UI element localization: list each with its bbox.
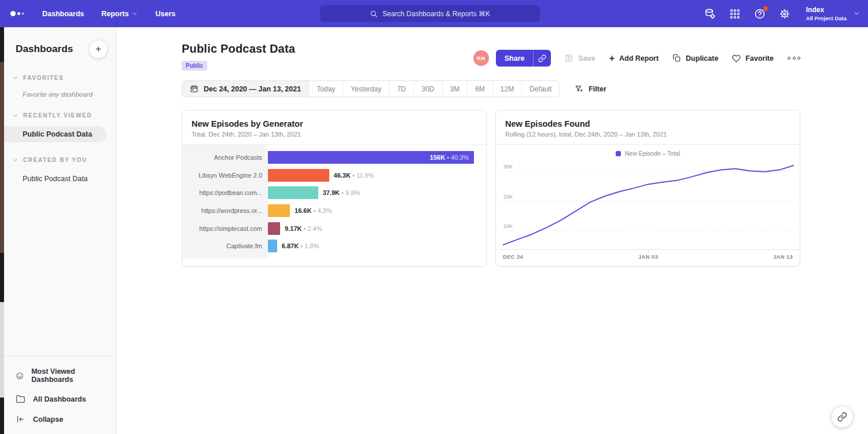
bar-value-label: 6.87K • 1.8% xyxy=(282,242,319,249)
footer-item-label: Collapse xyxy=(33,415,63,424)
line-chart-plot[interactable]: 10K20K30K xyxy=(503,160,794,249)
nav-item-reports[interactable]: Reports xyxy=(101,10,138,18)
bar-row: Libsyn WebEngine 2.046.3K • 11.9% xyxy=(182,167,486,185)
add-report-button[interactable]: + Add Report xyxy=(609,54,659,63)
share-link-button[interactable] xyxy=(533,50,551,67)
range-option-12m[interactable]: 12M xyxy=(492,81,521,97)
bar[interactable] xyxy=(268,204,290,217)
bar-value-label: 46.3K • 11.9% xyxy=(334,172,374,179)
bar-row: Captivate.fm6.87K • 1.8% xyxy=(182,237,486,255)
filter-funnel-icon xyxy=(575,84,583,93)
share-link-fab[interactable] xyxy=(832,406,853,428)
bar[interactable] xyxy=(268,222,280,235)
card-new-episodes-found: New Episodes Found Rolling (12 hours), t… xyxy=(495,110,800,267)
sidebar-title: Dashboards xyxy=(16,43,73,55)
sidebar-item-public-podcast-data[interactable]: Public Podcast Data xyxy=(4,171,116,187)
nav-item-users[interactable]: Users xyxy=(155,10,175,18)
bar-row: https://simplecast.com9.17K • 2.4% xyxy=(182,219,486,237)
duplicate-button[interactable]: Duplicate xyxy=(672,54,718,62)
card-new-episodes-by-generator: New Episodes by Generator Total, Dec 24t… xyxy=(182,110,487,267)
project-scope: All Project Data xyxy=(806,15,847,21)
sidebar-item-public-podcast-data[interactable]: Public Podcast Data xyxy=(4,126,106,142)
bar-value-label: 156K • 40.3% xyxy=(430,154,469,161)
add-dashboard-button[interactable]: + xyxy=(89,40,108,58)
project-switcher[interactable]: Index All Project Data xyxy=(806,6,860,21)
settings-gear-icon[interactable] xyxy=(779,8,790,20)
folder-icon xyxy=(16,394,25,404)
bar-category-label: Anchor Podcasts xyxy=(182,154,268,161)
favorites-empty-note: Favorite any dashboard xyxy=(4,81,116,98)
help-icon[interactable] xyxy=(754,8,766,20)
bar[interactable] xyxy=(268,169,329,182)
range-option-6m[interactable]: 6M xyxy=(467,81,492,97)
bar[interactable]: 156K • 40.3% xyxy=(268,151,474,164)
bar-value-label: 16.6K • 4.3% xyxy=(295,207,332,214)
search-input[interactable]: Search Dashboards & Reports ⌘K xyxy=(320,5,540,22)
range-option-today[interactable]: Today xyxy=(308,81,343,97)
background-window-strip xyxy=(0,27,4,434)
collapse-icon xyxy=(16,414,25,424)
share-button[interactable]: Share xyxy=(496,50,534,67)
save-button[interactable]: Save xyxy=(565,54,595,62)
date-range-value: Dec 24, 2020 — Jan 13, 2021 xyxy=(204,85,301,93)
action-label: Save xyxy=(578,54,595,62)
avatar[interactable]: RH xyxy=(473,50,489,66)
bar-row: Anchor Podcasts156K • 40.3% xyxy=(182,149,486,167)
nav-item-dashboards[interactable]: Dashboards xyxy=(42,10,84,18)
footer-item-label: All Dashboards xyxy=(33,395,86,403)
bar-row: https://wordpress.or...16.6K • 4.3% xyxy=(182,202,486,220)
share-button-group: Share xyxy=(496,50,551,67)
bar-value-label: 37.9K • 9.8% xyxy=(323,189,360,196)
all-dashboards-button[interactable]: All Dashboards xyxy=(4,389,116,409)
section-header-recently-viewed[interactable]: RECENTLY VIEWED xyxy=(4,112,116,119)
range-option-7d[interactable]: 7D xyxy=(389,81,413,97)
collapse-sidebar-button[interactable]: Collapse xyxy=(4,409,116,429)
bar-category-label: https://simplecast.com xyxy=(182,225,268,232)
search-placeholder: Search Dashboards & Reports ⌘K xyxy=(382,10,490,18)
search-icon xyxy=(370,10,378,18)
range-option-default[interactable]: Default xyxy=(521,81,559,97)
calendar-icon xyxy=(190,84,198,93)
chevron-down-icon xyxy=(854,10,860,17)
plus-icon: + xyxy=(609,54,615,63)
save-icon xyxy=(565,54,573,62)
title-block: Public Podcast Data Public xyxy=(182,42,295,71)
sidebar: Dashboards + FAVORITES Favorite any dash… xyxy=(4,27,116,434)
favorite-button[interactable]: Favorite xyxy=(732,54,774,62)
x-tick-label: DEC 24 xyxy=(503,253,523,260)
nav-item-label: Users xyxy=(155,10,175,18)
brand-logo[interactable] xyxy=(10,11,24,16)
top-navbar: Dashboards Reports Users Search Dashboar… xyxy=(0,0,868,27)
bar-category-label: Captivate.fm xyxy=(182,242,268,249)
bar-value-label: 9.17K • 2.4% xyxy=(285,225,322,232)
line-series-new-episode-total[interactable] xyxy=(503,165,794,245)
range-option-30d[interactable]: 30D xyxy=(414,81,442,97)
navbar-right: Index All Project Data xyxy=(704,0,860,27)
data-settings-icon[interactable] xyxy=(704,8,716,20)
main-content: Public Podcast Data Public RH Share Save xyxy=(116,27,868,434)
most-viewed-dashboards-button[interactable]: Most Viewed Dashboards xyxy=(4,362,116,389)
bar-category-label: https://podbean.com... xyxy=(182,189,268,196)
bar-chart: Anchor Podcasts156K • 40.3%Libsyn WebEng… xyxy=(182,145,486,264)
apps-grid-icon[interactable] xyxy=(729,8,741,20)
section-header-favorites[interactable]: FAVORITES xyxy=(4,75,116,81)
legend-swatch xyxy=(616,151,621,156)
card-subtitle: Rolling (12 hours), total, Dec 24th, 202… xyxy=(505,131,790,138)
range-option-3m[interactable]: 3M xyxy=(442,81,468,97)
link-icon xyxy=(837,412,847,422)
date-controls: Dec 24, 2020 — Jan 13, 2021 Today Yester… xyxy=(182,80,800,97)
line-chart: New Episode – Total 10K20K30K DEC 24 JAN… xyxy=(496,145,800,260)
action-label: Duplicate xyxy=(686,54,718,62)
filter-button[interactable]: Filter xyxy=(575,84,606,93)
section-header-created-by-you[interactable]: CREATED BY YOU xyxy=(4,157,116,163)
sidebar-section-created-by-you: CREATED BY YOU Public Podcast Data xyxy=(4,157,116,187)
date-range-picker[interactable]: Dec 24, 2020 — Jan 13, 2021 xyxy=(182,81,308,97)
bar[interactable] xyxy=(268,240,277,252)
primary-nav: Dashboards Reports Users xyxy=(42,10,175,18)
action-label: Favorite xyxy=(745,54,774,62)
range-option-yesterday[interactable]: Yesterday xyxy=(343,81,389,97)
more-options-button[interactable] xyxy=(788,57,800,60)
sidebar-section-favorites: FAVORITES Favorite any dashboard xyxy=(4,75,116,98)
project-name: Index xyxy=(806,6,847,15)
bar[interactable] xyxy=(268,186,318,199)
